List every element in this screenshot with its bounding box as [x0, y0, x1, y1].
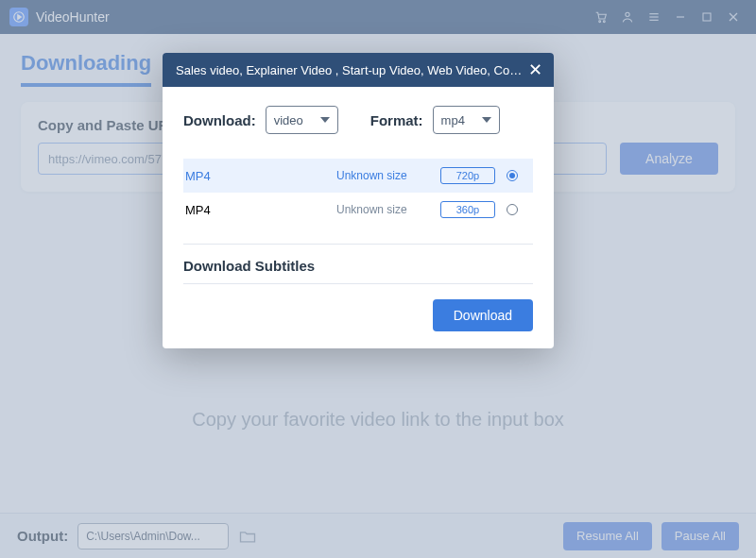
format-select[interactable]: mp4	[433, 106, 500, 134]
option-quality-badge: 720p	[440, 167, 495, 184]
quality-option-row[interactable]: MP4 Unknown size 360p	[183, 193, 533, 227]
download-type-label: Download:	[183, 112, 256, 128]
chevron-down-icon	[320, 117, 330, 123]
modal-close-icon[interactable]: ✕	[525, 60, 544, 79]
format-label: Format:	[370, 112, 423, 128]
option-size: Unknown size	[336, 203, 440, 216]
option-quality-badge: 360p	[440, 201, 495, 218]
quality-option-row[interactable]: MP4 Unknown size 720p	[183, 159, 533, 193]
format-value: mp4	[441, 113, 465, 127]
modal-title: Sales video, Explainer Video , Start-up …	[176, 63, 525, 77]
option-format: MP4	[185, 169, 336, 183]
download-type-select[interactable]: video	[266, 106, 338, 134]
download-type-value: video	[274, 113, 303, 127]
modal-header: Sales video, Explainer Video , Start-up …	[163, 53, 554, 87]
subtitles-label: Download Subtitles	[183, 258, 533, 274]
option-size: Unknown size	[336, 169, 440, 182]
download-modal: Sales video, Explainer Video , Start-up …	[163, 53, 554, 348]
chevron-down-icon	[482, 117, 491, 123]
download-button[interactable]: Download	[433, 299, 533, 331]
option-format: MP4	[185, 203, 336, 217]
option-radio[interactable]	[507, 204, 518, 215]
option-radio[interactable]	[507, 170, 518, 181]
